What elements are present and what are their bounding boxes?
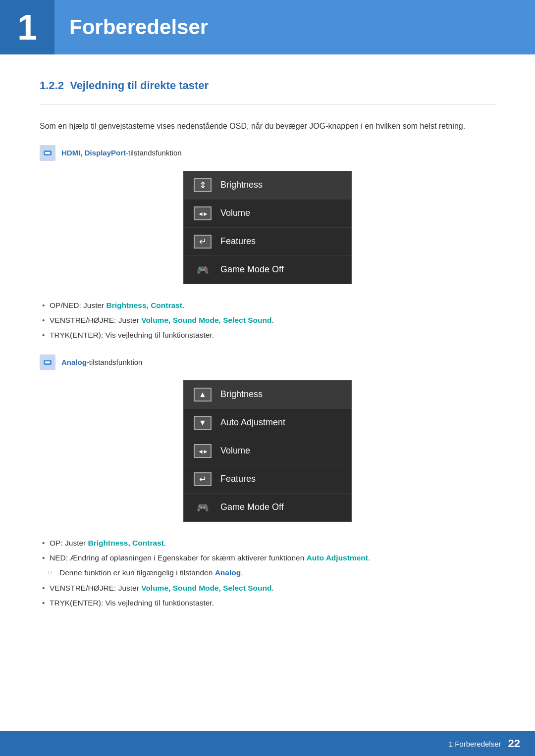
osd-hdmi-row-gamemode: Game Mode Off bbox=[184, 256, 351, 284]
footer-page-number: 22 bbox=[508, 737, 520, 750]
analog-bullet-list: OP: Juster Brightness, Contrast. NED: Æn… bbox=[40, 537, 495, 610]
hdmi-bullet-3: TRYK(ENTER): Vis vejledning til funktion… bbox=[40, 329, 495, 342]
note-icon-hdmi bbox=[40, 145, 55, 161]
intro-paragraph: Som en hjælp til genvejstasterne vises n… bbox=[40, 120, 495, 133]
osd-analog-label-features: Features bbox=[220, 474, 256, 484]
analog-hl-volume-sound: Volume, Sound Mode, Select Sound bbox=[141, 584, 271, 592]
footer-chapter-text: 1 Forberedelser bbox=[449, 740, 501, 748]
osd-analog-row-features: Features bbox=[184, 465, 351, 494]
section-heading: 1.2.2 Vejledning til direkte taster bbox=[40, 79, 495, 92]
osd-analog-row-brightness: Brightness bbox=[184, 381, 351, 409]
osd-icon-updown bbox=[194, 178, 212, 192]
section-title: Vejledning til direkte taster bbox=[70, 79, 209, 92]
osd-analog-label-gamemode: Game Mode Off bbox=[220, 502, 284, 512]
analog-bullet-2-sub: Denne funktion er kun tilgængelig i tils… bbox=[40, 566, 495, 579]
osd-icon-gamepad-1 bbox=[194, 263, 212, 277]
page-footer: 1 Forberedelser 22 bbox=[0, 731, 535, 756]
chapter-header: 1 Forberedelser bbox=[0, 0, 535, 54]
analog-hl-analog: Analog bbox=[215, 568, 241, 577]
note-icon-analog bbox=[40, 354, 55, 370]
osd-icon-leftright-2 bbox=[194, 444, 212, 458]
svg-rect-3 bbox=[45, 361, 50, 363]
hdmi-bullet-list: OP/NED: Juster Brightness, Contrast. VEN… bbox=[40, 299, 495, 342]
osd-label-gamemode: Game Mode Off bbox=[220, 264, 284, 275]
osd-analog-label-brightness: Brightness bbox=[220, 389, 263, 400]
osd-hdmi-menu: Brightness Volume Features Game Mode Off bbox=[183, 171, 352, 284]
chapter-number: 1 bbox=[0, 0, 54, 54]
hdmi-hl-brightness-contrast: Brightness, Contrast bbox=[107, 301, 182, 309]
analog-bullet-2: NED: Ændring af opløsningen i Egenskaber… bbox=[40, 552, 495, 564]
analog-bullet-4: TRYK(ENTER): Vis vejledning til funktion… bbox=[40, 597, 495, 609]
osd-analog-label-autoadj: Auto Adjustment bbox=[220, 417, 285, 428]
analog-label: Analog bbox=[61, 358, 87, 366]
analog-hl-autoadj: Auto Adjustment bbox=[307, 554, 368, 562]
hdmi-hl-volume-sound: Volume, Sound Mode, Select Sound bbox=[141, 316, 271, 324]
osd-analog-row-autoadj: Auto Adjustment bbox=[184, 409, 351, 437]
svg-rect-1 bbox=[45, 152, 50, 154]
osd-icon-down bbox=[194, 416, 212, 430]
hdmi-bullet-2: VENSTRE/HØJRE: Juster Volume, Sound Mode… bbox=[40, 314, 495, 327]
chapter-title: Forberedelser bbox=[54, 15, 208, 39]
osd-analog-row-volume: Volume bbox=[184, 437, 351, 465]
osd-icon-leftright-1 bbox=[194, 206, 212, 220]
hdmi-note-text: HDMI, DisplayPort-tilstandsfunktion bbox=[61, 149, 182, 157]
analog-bullet-3: VENSTRE/HØJRE: Juster Volume, Sound Mode… bbox=[40, 582, 495, 595]
analog-suffix: -tilstandsfunktion bbox=[87, 358, 143, 366]
osd-icon-up bbox=[194, 388, 212, 402]
hdmi-suffix: -tilstandsfunktion bbox=[126, 149, 182, 157]
analog-note-text: Analog-tilstandsfunktion bbox=[61, 358, 142, 366]
osd-label-features: Features bbox=[220, 236, 256, 247]
analog-hl-brightness: Brightness, Contrast bbox=[88, 539, 164, 547]
osd-label-volume: Volume bbox=[220, 208, 250, 218]
hdmi-label: HDMI, DisplayPort bbox=[61, 149, 126, 157]
main-content: 1.2.2 Vejledning til direkte taster Som … bbox=[0, 54, 535, 652]
section-number: 1.2.2 bbox=[40, 79, 64, 92]
osd-icon-gamepad-2 bbox=[194, 501, 212, 514]
analog-bullet-1: OP: Juster Brightness, Contrast. bbox=[40, 537, 495, 550]
hdmi-note: HDMI, DisplayPort-tilstandsfunktion bbox=[40, 145, 495, 161]
osd-analog-label-volume: Volume bbox=[220, 446, 250, 456]
analog-note: Analog-tilstandsfunktion bbox=[40, 354, 495, 370]
divider bbox=[40, 104, 495, 105]
osd-icon-enter-1 bbox=[194, 235, 212, 249]
osd-hdmi-row-brightness: Brightness bbox=[184, 171, 351, 200]
osd-analog-row-gamemode: Game Mode Off bbox=[184, 494, 351, 521]
osd-icon-enter-2 bbox=[194, 472, 212, 486]
osd-analog-menu: Brightness Auto Adjustment Volume Featur… bbox=[183, 380, 352, 522]
hdmi-bullet-1: OP/NED: Juster Brightness, Contrast. bbox=[40, 299, 495, 312]
osd-label-brightness: Brightness bbox=[220, 180, 263, 190]
osd-hdmi-row-features: Features bbox=[184, 228, 351, 256]
osd-hdmi-row-volume: Volume bbox=[184, 200, 351, 228]
